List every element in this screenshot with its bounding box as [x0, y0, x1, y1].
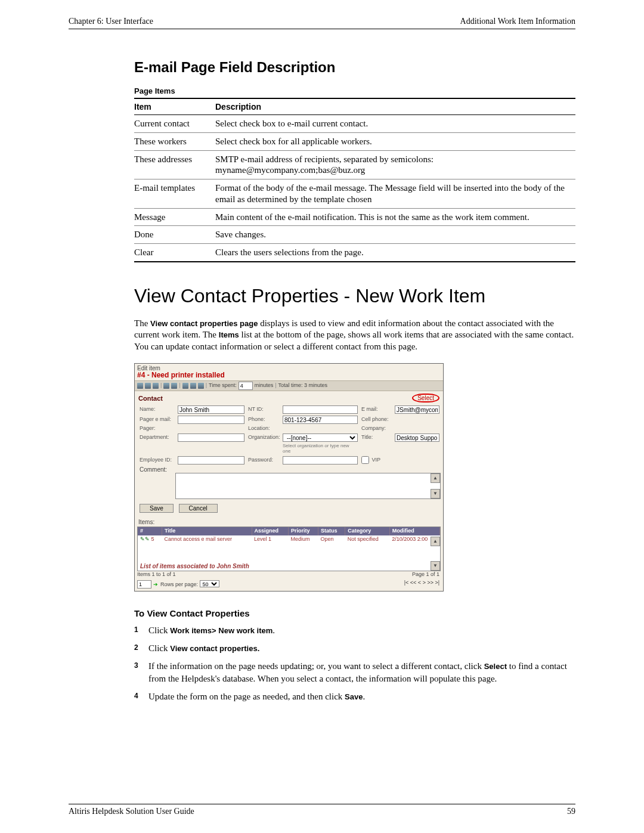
toolbar-icon[interactable] [182, 383, 188, 389]
cell-item: Message [134, 208, 215, 226]
pwd-label: Password: [248, 457, 279, 463]
time-spent-input[interactable] [239, 382, 253, 390]
phone-input[interactable] [283, 416, 358, 424]
toolbar-icon[interactable] [163, 383, 169, 389]
separator: | [179, 383, 180, 389]
rows-per-page-label: Rows per page: [160, 581, 198, 587]
toolbar-icon[interactable] [137, 383, 143, 389]
table-row: MessageMain content of the e-mail notifi… [134, 208, 575, 226]
contact-header: Contact [138, 395, 163, 402]
pager-nav[interactable]: |< << < > >> >| [404, 580, 439, 589]
items-row[interactable]: ✎✎ 5 Cannot access e mail server Level 1… [138, 535, 440, 544]
table-row: These addressesSMTP e-mail address of re… [134, 150, 575, 179]
table-row: These workersSelect check box for all ap… [134, 132, 575, 150]
vip-checkbox[interactable] [361, 456, 369, 464]
ntid-input[interactable] [283, 405, 358, 414]
dept-input[interactable] [178, 433, 244, 442]
separator: | [275, 383, 276, 389]
ntid-label: NT ID: [248, 407, 279, 413]
col-num[interactable]: # [138, 527, 162, 535]
footer-pagenum: 59 [567, 807, 575, 816]
table-row: DoneSave changes. [134, 226, 575, 244]
table-row: Current contactSelect check box to e-mai… [134, 115, 575, 133]
text: If the information on the page needs upd… [148, 661, 484, 671]
header-section: Additional Work Item Information [460, 17, 575, 26]
text: Update the form on the page as needed, a… [148, 692, 345, 701]
scroll-down-icon[interactable]: ▼ [431, 489, 440, 498]
email-label: E mail: [361, 407, 391, 413]
comment-textarea[interactable]: ▲ ▼ [175, 473, 441, 499]
text-bold: Select [484, 662, 507, 671]
go-arrow-icon[interactable]: ➔ [153, 582, 159, 587]
toolbar-icon[interactable] [198, 383, 204, 389]
separator: | [160, 383, 162, 389]
table-row: ClearClears the users selections from th… [134, 244, 575, 262]
row-category: Not specified [345, 535, 389, 544]
select-button[interactable]: Select [412, 394, 439, 402]
header-divider [69, 29, 575, 29]
emp-input[interactable] [178, 456, 244, 465]
text-bold: Work items> New work item [170, 626, 273, 635]
work-item-title: #4 - Need printer installed [135, 371, 443, 380]
row-icons[interactable]: ✎✎ [140, 536, 150, 542]
cell-item: Done [134, 226, 215, 244]
intro-paragraph: The View contact properties page display… [134, 318, 575, 353]
cell-item: Clear [134, 244, 215, 262]
email-input[interactable] [395, 405, 439, 414]
pagermail-label: Pager e mail: [140, 417, 174, 423]
cell-item: These workers [134, 132, 215, 150]
save-button[interactable]: Save [140, 504, 174, 513]
cell-desc: Select check box for all applicable work… [215, 132, 575, 150]
steps-title: To View Contact Properties [134, 608, 575, 618]
toolbar-icon[interactable] [153, 383, 159, 389]
items-label: Items: [135, 518, 443, 527]
separator: | [206, 383, 207, 389]
row-num: 5 [151, 536, 154, 542]
step-4: Update the form on the page as needed, a… [134, 690, 575, 702]
toolbar-icon[interactable] [190, 383, 196, 389]
col-status[interactable]: Status [318, 527, 345, 535]
title-input[interactable] [395, 433, 439, 442]
org-select[interactable]: --[none]-- [283, 433, 358, 442]
cell-desc: Clears the users selections from the pag… [215, 244, 575, 262]
minutes-label: minutes [255, 383, 274, 389]
row-status: Open [318, 535, 345, 544]
col-desc: Description [215, 98, 575, 115]
scroll-up-icon[interactable]: ▲ [431, 473, 440, 483]
cell-label: Cell phone: [361, 417, 391, 423]
text: . [363, 692, 365, 701]
col-category[interactable]: Category [345, 527, 389, 535]
vip-checkbox-wrap: VIP [361, 456, 391, 464]
scroll-up-icon[interactable]: ▲ [431, 537, 440, 546]
text-bold: View contact properties. [170, 644, 259, 653]
items-count: Items 1 to 1 of 1 [137, 572, 176, 578]
text-bold: Items [219, 330, 239, 339]
toolbar: | | | Time spent: minutes | Total time: … [135, 380, 443, 391]
col-priority[interactable]: Priority [288, 527, 318, 535]
rows-per-page-select[interactable]: 50 [200, 580, 219, 587]
title-label: Title: [361, 435, 391, 441]
page-index-input[interactable] [137, 580, 151, 589]
cell-desc: SMTP e-mail address of recipients, separ… [215, 150, 575, 179]
pagermail-input[interactable] [178, 416, 244, 424]
company-label: Company: [361, 426, 391, 432]
col-assigned[interactable]: Assigned [252, 527, 288, 535]
row-assigned: Level 1 [252, 535, 288, 544]
step-3: If the information on the page needs upd… [134, 660, 575, 685]
cell-item: These addresses [134, 150, 215, 179]
text: Click [148, 625, 170, 635]
toolbar-icon[interactable] [171, 383, 177, 389]
col-item: Item [134, 98, 215, 115]
cancel-button[interactable]: Cancel [179, 504, 218, 513]
toolbar-icon[interactable] [145, 383, 151, 389]
col-title[interactable]: Title [162, 527, 252, 535]
time-spent-label: Time spent: [209, 383, 237, 389]
col-modified[interactable]: Modified [389, 527, 439, 535]
pwd-input[interactable] [283, 456, 358, 465]
table-row: E-mail templatesFormat of the body of th… [134, 179, 575, 209]
name-input[interactable] [178, 405, 244, 414]
text-bold: Save [345, 692, 363, 701]
cell-desc: Format of the body of the e-mail message… [215, 179, 575, 209]
dept-label: Department: [140, 435, 174, 441]
scroll-down-icon[interactable]: ▼ [431, 561, 440, 571]
